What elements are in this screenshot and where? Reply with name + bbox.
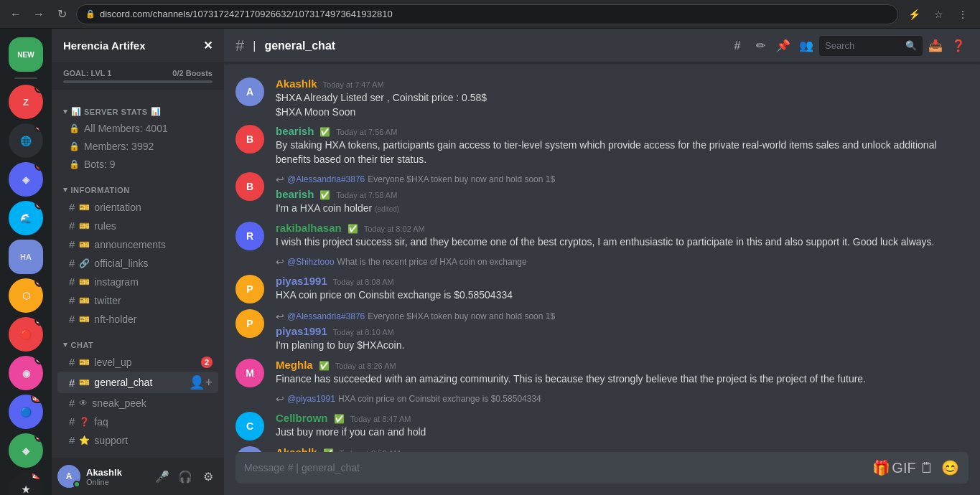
reply-name[interactable]: @Alessandria#3876 [287, 174, 365, 184]
server-icon-3[interactable]: ◈4 [9, 162, 43, 197]
server-icon-8[interactable]: 🔵303 [9, 395, 43, 429]
members-button[interactable]: 👥 [796, 36, 816, 56]
server-icon-7[interactable]: ◉56 [9, 356, 43, 390]
message-body: Cellbrown ✅ Today at 8:47 AM Just buy mo… [276, 412, 969, 440]
message-body: bearish ✅ Today at 7:56 AM By staking HX… [276, 125, 969, 166]
user-avatar: A [57, 465, 80, 488]
hash-icon: # [69, 220, 75, 232]
message-group: R rakibalhasan ✅ Today at 8:02 AM I wish… [224, 219, 980, 253]
server-icon-10[interactable]: ★242 [9, 472, 43, 495]
channel-announcements[interactable]: # 🎫 announcements [57, 235, 218, 253]
messages-area: A Akashlk Today at 7:47 AM $HXA Already … [224, 63, 980, 452]
server-icon-1[interactable]: Z6 [9, 85, 43, 119]
forward-button[interactable]: → [30, 6, 47, 23]
reply-name[interactable]: @Alessandria#3876 [287, 311, 365, 321]
server-badge: 61 [34, 201, 43, 209]
avatar: P [235, 275, 264, 303]
channel-instagram[interactable]: # 🎫 instagram [57, 273, 218, 291]
channel-official-links[interactable]: # 🔗 official_links [57, 254, 218, 272]
browser-extensions-btn[interactable]: ⚡ [904, 4, 924, 24]
edit-header-button[interactable]: ✏ [750, 36, 770, 56]
server-icon-new[interactable]: NEW [9, 37, 43, 72]
message-username[interactable]: bearish [276, 125, 314, 137]
lock-icon: 🔒 [85, 9, 95, 19]
server-icon-herencia[interactable]: HA [9, 240, 43, 274]
reply-name[interactable]: @Shihztooo [287, 257, 335, 267]
message-username[interactable]: Akashlk [276, 446, 317, 452]
hashtag-header-button[interactable]: # [727, 36, 747, 56]
message-input[interactable] [244, 462, 865, 473]
message-header: Akashlk Today at 7:47 AM [276, 77, 969, 90]
channel-sneak-peek[interactable]: # 👁 sneak_peek [57, 394, 218, 412]
channel-label: general_chat [94, 377, 152, 388]
deafen-button[interactable]: 🎧 [175, 466, 195, 486]
reply-text: Everyone $HXA token buy now and hold soo… [368, 174, 555, 184]
boost-progress-bar [63, 80, 213, 83]
server-icon-5[interactable]: ⬡50 [9, 278, 43, 313]
channel-label: announcements [94, 239, 166, 250]
message-username[interactable]: rakibalhasan [276, 222, 342, 234]
server-icon-6[interactable]: 🔴15 [9, 317, 43, 352]
boost-count[interactable]: 0/2 Boosts [172, 69, 213, 77]
server-badge: 242 [31, 472, 43, 481]
channel-nft-holder[interactable]: # 🎫 nft-holder [57, 310, 218, 328]
server-badge: 6 [34, 85, 43, 93]
category-information[interactable]: ▾ INFORMATION [52, 174, 224, 197]
server-icon-4[interactable]: 🌊61 [9, 201, 43, 235]
verified-icon: ✅ [334, 414, 345, 424]
avatar: R [235, 222, 264, 250]
channel-orientation[interactable]: # 🎫 orientation [57, 198, 218, 216]
category-server-stats[interactable]: ▾ 📊 SERVER STATS 📊 [52, 95, 224, 119]
server-icon-2[interactable]: 🌐12 [9, 123, 43, 158]
message-username[interactable]: piyas1991 [276, 275, 327, 287]
channel-support[interactable]: # ⭐ support [57, 431, 218, 449]
message-username[interactable]: Cellbrown [276, 412, 328, 424]
category-information-label: INFORMATION [71, 186, 130, 194]
reply-name[interactable]: @piyas1991 [287, 394, 335, 404]
browser-action-buttons: ⚡ ☆ ⋮ [904, 4, 973, 24]
mute-microphone-button[interactable]: 🎤 [152, 466, 172, 486]
message-reply: ↩ @piyas1991 HXA coin price on Coinsbit … [276, 392, 969, 406]
sticker-button[interactable]: 🗒 [917, 458, 937, 478]
server-badge: 12 [34, 123, 43, 132]
settings-button[interactable]: ⚙ [198, 466, 218, 486]
help-button[interactable]: ❓ [948, 36, 969, 56]
channel-twitter[interactable]: # 🎫 twitter [57, 291, 218, 309]
search-box[interactable]: Search 🔍 [819, 36, 923, 56]
channel-faq[interactable]: # ❓ faq [57, 412, 218, 430]
user-panel: A Akashlk Online 🎤 🎧 ⚙ [52, 458, 224, 495]
hash-icon: # [69, 238, 75, 250]
server-header[interactable]: Herencia Artifex ✕ [52, 29, 224, 63]
message-username[interactable]: Akashlk [276, 77, 317, 90]
message-body: ↩ @Alessandria#3876 Everyone $HXA token … [276, 309, 969, 353]
message-text: $HXA Moon Soon [276, 105, 969, 120]
browser-menu-btn[interactable]: ⋮ [953, 4, 973, 24]
hash-icon: # [69, 434, 75, 446]
channel-level-up[interactable]: # 🎫 level_up 2 [57, 353, 218, 371]
inbox-button[interactable]: 📥 [925, 36, 946, 56]
server-icon-9[interactable]: ◆16 [9, 433, 43, 468]
avatar: B [235, 125, 264, 154]
server-badge: 303 [31, 395, 43, 403]
add-member-button[interactable]: 👤+ [189, 374, 213, 390]
emoji-button[interactable]: 😊 [940, 458, 960, 478]
channel-rules[interactable]: # 🎫 rules [57, 217, 218, 235]
message-username[interactable]: Meghla [276, 359, 313, 371]
gift-button[interactable]: 🎁 [871, 458, 891, 478]
category-chat[interactable]: ▾ CHAT [52, 329, 224, 352]
refresh-button[interactable]: ↻ [53, 6, 70, 23]
message-group: A Akashlk ✅ Today at 8:50 AM iam buy 100… [224, 443, 980, 452]
back-button[interactable]: ← [7, 6, 24, 23]
channel-twitter-label: twitter [94, 295, 121, 306]
browser-bookmark-btn[interactable]: ☆ [928, 4, 948, 24]
gif-button[interactable]: GIF [894, 458, 914, 478]
pin-button[interactable]: 📌 [773, 36, 793, 56]
url-bar[interactable]: 🔒 discord.com/channels/10731724271709266… [76, 4, 898, 24]
message-username[interactable]: bearish [276, 188, 314, 200]
chevron-down-icon: ▾ [63, 185, 68, 194]
avatar: A [235, 77, 264, 106]
channel-label: nft-holder [94, 314, 136, 325]
channel-general-chat[interactable]: # 🎫 general_chat 👤+ [57, 372, 218, 393]
message-username[interactable]: piyas1991 [276, 325, 327, 337]
search-icon: 🔍 [905, 40, 917, 51]
